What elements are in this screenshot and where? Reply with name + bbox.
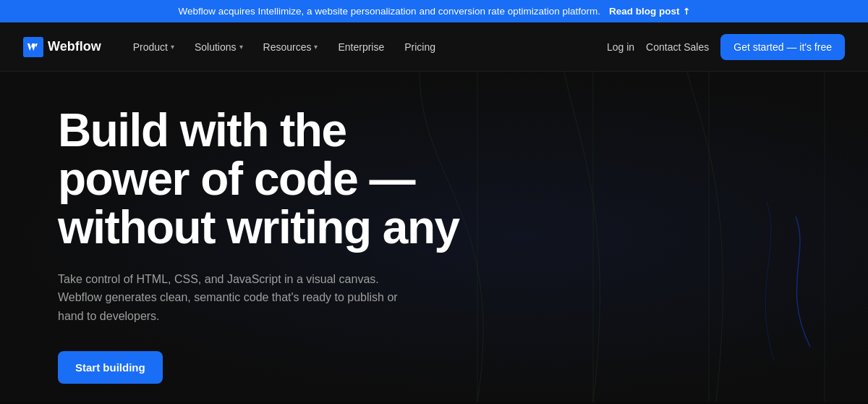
chevron-down-icon: ▾: [314, 43, 318, 51]
nav-product[interactable]: Product ▾: [124, 35, 183, 59]
announcement-bar: Webflow acquires Intellimize, a website …: [0, 0, 868, 22]
announcement-text: Webflow acquires Intellimize, a website …: [178, 6, 600, 17]
hero-headline: Build with the power of code — without w…: [58, 106, 477, 253]
start-building-button[interactable]: Start building: [58, 351, 163, 384]
hero-section: Build with the power of code — without w…: [0, 72, 868, 402]
nav-solutions[interactable]: Solutions ▾: [186, 35, 252, 59]
nav-pricing-label: Pricing: [404, 41, 435, 53]
nav-pricing[interactable]: Pricing: [396, 35, 444, 59]
read-blog-post-link[interactable]: Read blog post ↗: [609, 6, 690, 17]
nav-links: Product ▾ Solutions ▾ Resources ▾ Enterp…: [124, 35, 607, 59]
chevron-down-icon: ▾: [171, 43, 174, 51]
main-nav: Webflow Product ▾ Solutions ▾ Resources …: [0, 22, 868, 72]
nav-resources-label: Resources: [263, 41, 312, 53]
nav-resources[interactable]: Resources ▾: [255, 35, 327, 59]
hero-subtext: Take control of HTML, CSS, and JavaScrip…: [58, 270, 405, 326]
webflow-logo-icon: [23, 37, 43, 57]
login-link[interactable]: Log in: [607, 41, 634, 53]
nav-enterprise-label: Enterprise: [338, 41, 384, 53]
logo-link[interactable]: Webflow: [23, 37, 101, 57]
nav-right: Log in Contact Sales Get started — it's …: [607, 34, 845, 60]
nav-product-label: Product: [133, 41, 168, 53]
nav-enterprise[interactable]: Enterprise: [329, 35, 393, 59]
get-started-button[interactable]: Get started — it's free: [720, 34, 845, 60]
contact-sales-link[interactable]: Contact Sales: [646, 41, 709, 53]
chevron-down-icon: ▾: [239, 43, 243, 51]
read-blog-post-label: Read blog post: [609, 6, 680, 17]
external-link-icon: ↗: [680, 5, 692, 17]
logo-text: Webflow: [48, 39, 101, 54]
nav-solutions-label: Solutions: [195, 41, 237, 53]
hero-content: Build with the power of code — without w…: [58, 106, 477, 384]
